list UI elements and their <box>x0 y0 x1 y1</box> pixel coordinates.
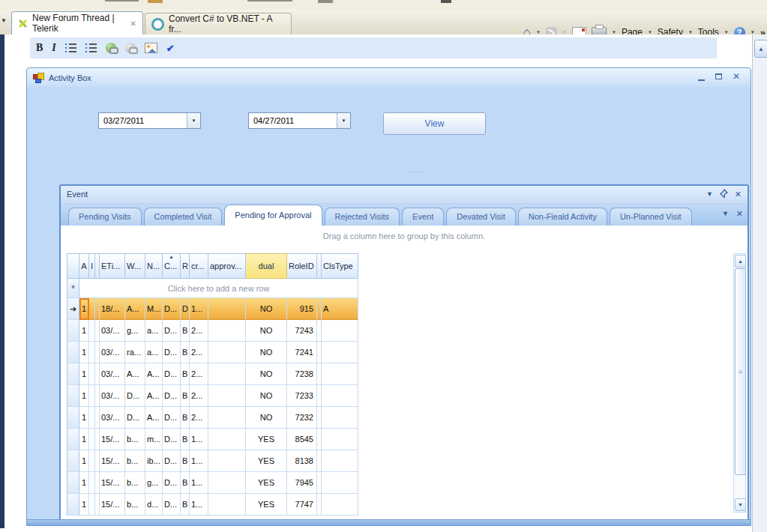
grid-cell[interactable]: 7233 <box>287 385 317 407</box>
grid-cell[interactable]: D... <box>163 407 181 429</box>
event-panel-header[interactable]: Event ▼ ✕ <box>61 186 748 204</box>
column-header-approv[interactable]: approv... <box>208 253 246 279</box>
grid-cell[interactable]: 1 <box>79 342 89 363</box>
tab-overflow-dropdown-icon[interactable]: ▼ <box>722 210 729 217</box>
italic-icon[interactable]: I <box>52 42 55 54</box>
grid-cell[interactable]: A... <box>145 385 163 407</box>
grid-cell[interactable]: a... <box>145 320 163 342</box>
grid-cell[interactable]: d... <box>145 494 163 516</box>
column-header-w[interactable]: W... <box>125 253 145 279</box>
grid-row-1[interactable]: ➔118/...A...M...D...D1...NO915A <box>67 298 358 320</box>
row-indicator[interactable] <box>67 429 79 450</box>
grid-row-6[interactable]: 103/...D...A...D...B2...NO7232 <box>67 407 358 429</box>
close-tab-icon[interactable]: ✕ <box>130 19 136 28</box>
grid-cell[interactable]: b... <box>125 472 145 494</box>
grid-cell[interactable]: 03/... <box>100 407 125 429</box>
grid-cell[interactable]: YES <box>246 472 287 494</box>
grid-cell[interactable] <box>89 450 95 472</box>
grid-cell[interactable] <box>89 472 95 494</box>
grid-cell[interactable] <box>208 385 246 407</box>
grid-cell[interactable]: 1 <box>79 298 89 320</box>
grid-cell[interactable]: m... <box>145 429 163 450</box>
grid-cell[interactable] <box>322 385 358 407</box>
grid-cell[interactable]: 915 <box>287 298 317 320</box>
grid-cell[interactable]: D... <box>125 407 145 429</box>
row-indicator[interactable] <box>67 363 79 385</box>
grid-cell[interactable]: YES <box>246 494 287 516</box>
column-header-r[interactable]: R <box>181 253 190 279</box>
scroll-down-icon[interactable]: ▼ <box>735 498 746 511</box>
new-row-hint[interactable]: Click here to add a new row <box>79 279 358 298</box>
browser-scrollbar[interactable]: ▲ <box>752 34 767 532</box>
grid-cell[interactable]: D... <box>125 385 145 407</box>
tab-completed-visit[interactable]: Completed Visit <box>144 208 223 226</box>
grid-cell[interactable]: 03/... <box>100 342 125 363</box>
tab-devated-visit[interactable]: Devated Visit <box>446 208 516 226</box>
column-header-cr[interactable]: cr... <box>190 253 208 279</box>
grid-row-8[interactable]: 115/...b...ib...D...B1...YES8138 <box>67 450 358 472</box>
grid-cell[interactable] <box>322 472 358 494</box>
grid-cell[interactable]: M... <box>145 298 163 320</box>
grid-cell[interactable]: 7243 <box>287 320 317 342</box>
grid-cell[interactable]: 1 <box>79 407 89 429</box>
grid-row-10[interactable]: 115/...b...d...D...B1...YES7747 <box>67 494 358 516</box>
column-header-a[interactable]: A <box>79 253 89 279</box>
grid-cell[interactable]: b... <box>125 450 145 472</box>
maximize-icon[interactable] <box>715 73 722 79</box>
column-header-c[interactable]: C...▲ <box>163 253 181 279</box>
scroll-up-icon[interactable]: ▲ <box>735 255 746 267</box>
grid-cell[interactable] <box>322 363 358 385</box>
grid-cell[interactable] <box>322 320 358 342</box>
view-button[interactable]: View <box>383 112 486 135</box>
grid-cell[interactable]: 15/... <box>100 494 125 516</box>
row-indicator[interactable] <box>67 407 79 429</box>
grid-cell[interactable]: 15/... <box>100 472 125 494</box>
splitter-grip[interactable]: ····· <box>393 168 438 175</box>
grid-cell[interactable]: D... <box>163 342 181 363</box>
grid-cell[interactable]: 1 <box>79 450 89 472</box>
spell-check-icon[interactable]: ✔ <box>166 43 175 54</box>
row-indicator[interactable] <box>67 472 79 494</box>
insert-link-icon[interactable] <box>106 43 116 53</box>
grid-cell[interactable] <box>322 450 358 472</box>
tab-pending-visits[interactable]: Pending Visits <box>68 208 142 226</box>
grid-cell[interactable]: 1... <box>190 450 208 472</box>
grid-cell[interactable]: NO <box>246 342 287 363</box>
selected-row-arrow-icon[interactable]: ➔ <box>67 298 79 320</box>
grid-cell[interactable]: 1 <box>79 494 89 516</box>
tab-pending-for-approval[interactable]: Pending for Approval <box>224 205 322 226</box>
grid-cell[interactable]: 03/... <box>100 385 125 407</box>
grid-cell[interactable]: 2... <box>190 407 208 429</box>
grid-cell[interactable]: D <box>181 298 190 320</box>
grid-cell[interactable] <box>208 407 246 429</box>
grid-cell[interactable] <box>208 298 246 320</box>
grid-cell[interactable]: 1 <box>79 472 89 494</box>
grid-cell[interactable] <box>89 494 95 516</box>
scroll-up-icon[interactable]: ▲ <box>754 40 767 58</box>
grid-cell[interactable]: 15/... <box>100 450 125 472</box>
grid-cell[interactable]: A... <box>145 363 163 385</box>
grid-scrollbar[interactable]: ▲ ≡ ▼ <box>733 253 746 513</box>
grid-cell[interactable] <box>322 429 358 450</box>
grid-cell[interactable]: 8545 <box>287 429 317 450</box>
grid-cell[interactable]: g... <box>145 472 163 494</box>
grid-cell[interactable]: D... <box>163 298 181 320</box>
tab-rejected-visits[interactable]: Rejected Visits <box>325 208 400 226</box>
panel-dropdown-icon[interactable]: ▼ <box>706 190 713 198</box>
grid-cell[interactable]: b... <box>125 494 145 516</box>
grid-cell[interactable] <box>322 494 358 516</box>
tab-un-planned-visit[interactable]: Un-Planned Visit <box>610 208 692 226</box>
grid-row-5[interactable]: 103/...D...A...D...B2...NO7233 <box>67 385 358 407</box>
grid-cell[interactable]: 03/... <box>100 363 125 385</box>
grid-cell[interactable]: D... <box>163 494 181 516</box>
grid-cell[interactable]: B <box>181 320 190 342</box>
grid-cell[interactable]: D... <box>163 363 181 385</box>
grid-cell[interactable]: 7945 <box>287 472 317 494</box>
group-by-bar[interactable]: Drag a column here to group by this colu… <box>61 232 748 241</box>
grid-cell[interactable]: B <box>181 450 190 472</box>
remove-link-icon[interactable] <box>125 43 136 53</box>
grid-cell[interactable] <box>89 429 95 450</box>
grid-cell[interactable]: NO <box>246 298 287 320</box>
minimize-icon[interactable] <box>698 79 705 81</box>
bullet-list-icon[interactable] <box>89 43 97 52</box>
